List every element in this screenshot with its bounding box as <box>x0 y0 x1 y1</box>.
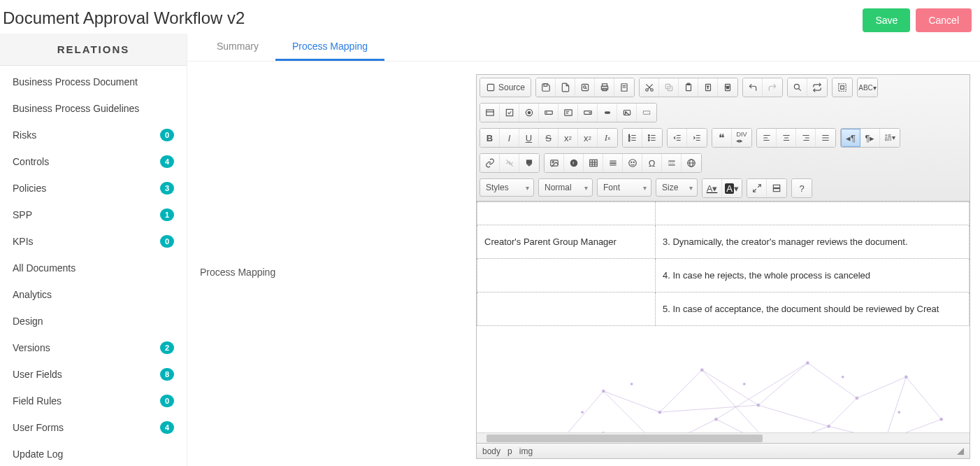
align-justify-icon[interactable] <box>816 129 835 147</box>
ltr-icon[interactable]: ◂¶ <box>841 129 860 147</box>
radio-icon[interactable] <box>519 104 539 122</box>
table-cell[interactable] <box>656 202 970 225</box>
sidebar-item[interactable]: Risks0 <box>0 122 187 148</box>
show-blocks-icon[interactable] <box>767 179 786 197</box>
sidebar-item[interactable]: Controls4 <box>0 148 187 175</box>
size-select[interactable]: Size <box>656 178 698 197</box>
image-icon[interactable] <box>545 154 564 172</box>
sidebar-item[interactable]: User Forms4 <box>0 414 187 441</box>
cancel-button[interactable]: Cancel <box>916 8 972 32</box>
outdent-icon[interactable] <box>668 129 687 147</box>
editor-content[interactable]: Creator's Parent Group Manager3. Dynamic… <box>477 202 970 432</box>
superscript-icon[interactable]: x2 <box>578 129 598 147</box>
styles-select[interactable]: Styles <box>480 178 534 197</box>
form-icon[interactable] <box>480 104 500 122</box>
textarea-icon[interactable] <box>559 104 578 122</box>
paste-icon[interactable] <box>679 78 698 97</box>
div-icon[interactable]: DIV◂▸ <box>732 129 751 147</box>
paste-word-icon[interactable]: W <box>718 78 737 97</box>
textfield-icon[interactable] <box>539 104 559 122</box>
table-cell[interactable]: 4. In case he rejects, the whole process… <box>656 259 970 292</box>
element-path[interactable]: bodypimg <box>482 446 540 456</box>
blockquote-icon[interactable]: ❝ <box>712 129 732 147</box>
align-center-icon[interactable] <box>777 129 796 147</box>
bold-icon[interactable]: B <box>480 129 500 147</box>
sidebar-item[interactable]: Design <box>0 308 187 334</box>
find-icon[interactable] <box>788 78 807 97</box>
indent-icon[interactable] <box>687 129 707 147</box>
sidebar-item[interactable]: KPIs0 <box>0 228 187 255</box>
table-cell[interactable]: 3. Dynamically, the creator's manager re… <box>656 225 970 259</box>
print-icon[interactable] <box>595 78 614 97</box>
resize-grip-icon[interactable] <box>957 448 964 455</box>
align-right-icon[interactable] <box>796 129 816 147</box>
language-icon[interactable]: 語▾ <box>880 129 900 147</box>
sidebar-item[interactable]: All Documents <box>0 255 187 281</box>
rtl-icon[interactable]: ¶▸ <box>860 129 880 147</box>
checkbox-icon[interactable] <box>500 104 519 122</box>
table-icon[interactable] <box>584 154 603 172</box>
italic-icon[interactable]: I <box>500 129 519 147</box>
pagebreak-icon[interactable] <box>662 154 682 172</box>
anchor-icon[interactable] <box>519 154 539 172</box>
horizontal-scrollbar[interactable] <box>477 432 970 443</box>
paste-text-icon[interactable]: T <box>698 78 718 97</box>
sidebar-item[interactable]: User Fields8 <box>0 361 187 388</box>
preview-icon[interactable] <box>575 78 595 97</box>
bullet-list-icon[interactable] <box>642 129 662 147</box>
button-icon[interactable] <box>598 104 617 122</box>
remove-format-icon[interactable]: Ix <box>598 129 617 147</box>
copy-icon[interactable] <box>659 78 679 97</box>
sidebar-item[interactable]: SPP1 <box>0 202 187 228</box>
hr-icon[interactable] <box>603 154 623 172</box>
sidebar-item[interactable]: Business Process Guidelines <box>0 95 187 122</box>
numbered-list-icon[interactable]: 123 <box>623 129 642 147</box>
spellcheck-icon[interactable]: ABC▾ <box>858 78 877 97</box>
undo-icon[interactable] <box>743 78 763 97</box>
align-left-icon[interactable] <box>757 129 777 147</box>
source-button[interactable]: Source <box>480 78 531 97</box>
table-cell[interactable] <box>477 202 656 225</box>
table-cell[interactable] <box>477 259 656 292</box>
sidebar-item[interactable]: Analytics <box>0 281 187 308</box>
sidebar-item[interactable]: Update Log <box>0 441 187 466</box>
format-select[interactable]: Normal <box>538 178 593 197</box>
save-icon[interactable] <box>536 78 556 97</box>
subscript-icon[interactable]: x2 <box>559 129 578 147</box>
smiley-icon[interactable] <box>623 154 642 172</box>
link-icon[interactable] <box>480 154 500 172</box>
underline-icon[interactable]: U <box>519 129 539 147</box>
path-segment[interactable]: p <box>507 446 512 456</box>
path-segment[interactable]: body <box>482 446 500 456</box>
iframe-icon[interactable] <box>682 154 701 172</box>
table-cell[interactable]: 5. In case of acceptance, the document s… <box>656 292 970 326</box>
cut-icon[interactable] <box>640 78 659 97</box>
unlink-icon[interactable] <box>500 154 519 172</box>
tab[interactable]: Summary <box>200 34 275 61</box>
new-page-icon[interactable] <box>556 78 575 97</box>
imagebutton-icon[interactable] <box>617 104 637 122</box>
sidebar-item[interactable]: Business Process Document <box>0 69 187 95</box>
sidebar-item[interactable]: Policies3 <box>0 175 187 202</box>
save-button[interactable]: Save <box>863 8 910 32</box>
tab[interactable]: Process Mapping <box>275 34 384 61</box>
text-color-icon[interactable]: A▾ <box>702 179 722 197</box>
replace-icon[interactable] <box>807 78 827 97</box>
sidebar-item[interactable]: Field Rules0 <box>0 388 187 414</box>
maximize-icon[interactable] <box>747 179 767 197</box>
help-icon[interactable]: ? <box>792 179 812 197</box>
strike-icon[interactable]: S <box>539 129 559 147</box>
path-segment[interactable]: img <box>519 446 533 456</box>
redo-icon[interactable] <box>763 78 782 97</box>
table-cell[interactable] <box>477 292 656 326</box>
hiddenfield-icon[interactable] <box>637 104 656 122</box>
flash-icon[interactable]: f <box>564 154 584 172</box>
table-cell[interactable]: Creator's Parent Group Manager <box>477 225 656 259</box>
select-icon[interactable] <box>578 104 598 122</box>
bg-color-icon[interactable]: A▾ <box>722 179 742 197</box>
font-select[interactable]: Font <box>597 178 651 197</box>
select-all-icon[interactable] <box>833 78 852 97</box>
sidebar-item[interactable]: Versions2 <box>0 334 187 361</box>
templates-icon[interactable] <box>614 78 634 97</box>
specialchar-icon[interactable]: Ω <box>642 154 662 172</box>
